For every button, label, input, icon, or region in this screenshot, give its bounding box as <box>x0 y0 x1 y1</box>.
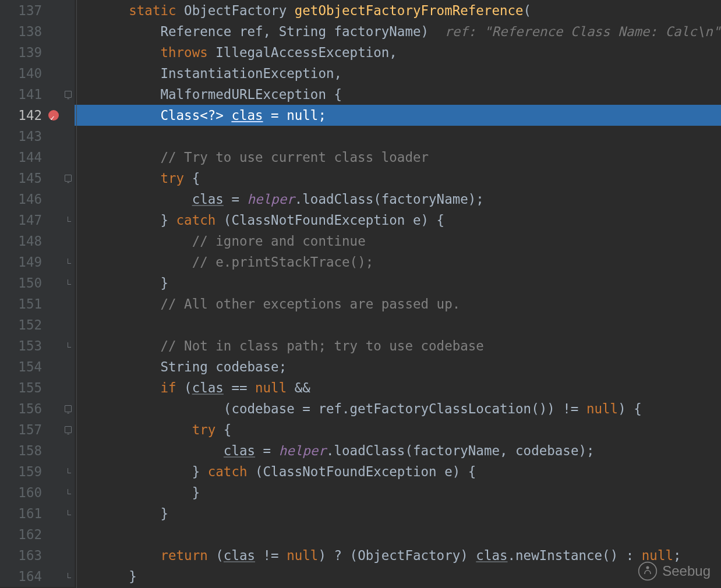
code-content[interactable]: } <box>75 272 721 293</box>
fold-gutter[interactable] <box>62 21 75 42</box>
fold-gutter[interactable] <box>62 524 75 545</box>
fold-gutter[interactable] <box>62 314 75 335</box>
line-number[interactable]: 138 <box>0 21 45 42</box>
code-content[interactable]: // All other exceptions are passed up. <box>75 293 721 314</box>
fold-gutter[interactable] <box>62 84 75 105</box>
code-content[interactable]: } <box>75 482 721 503</box>
line-number[interactable]: 145 <box>0 168 45 189</box>
breakpoint-gutter[interactable] <box>45 524 62 545</box>
line-number[interactable]: 163 <box>0 545 45 566</box>
fold-gutter[interactable] <box>62 377 75 398</box>
breakpoint-gutter[interactable] <box>45 84 62 105</box>
code-line[interactable]: 155 if (clas == null && <box>0 377 721 398</box>
code-content[interactable]: String codebase; <box>75 356 721 377</box>
breakpoint-gutter[interactable] <box>45 0 62 21</box>
code-line[interactable]: 144 // Try to use current class loader <box>0 147 721 168</box>
line-number[interactable]: 162 <box>0 524 45 545</box>
code-content[interactable]: // Not in class path; try to use codebas… <box>75 335 721 356</box>
fold-gutter[interactable] <box>62 335 75 356</box>
code-content[interactable]: MalformedURLException { <box>75 84 721 105</box>
breakpoint-gutter[interactable] <box>45 147 62 168</box>
breakpoint-gutter[interactable] <box>45 545 62 566</box>
code-line[interactable]: 153 // Not in class path; try to use cod… <box>0 335 721 356</box>
code-content[interactable]: static ObjectFactory getObjectFactoryFro… <box>75 0 721 21</box>
breakpoint-gutter[interactable] <box>45 314 62 335</box>
breakpoint-gutter[interactable] <box>45 440 62 461</box>
fold-gutter[interactable] <box>62 63 75 84</box>
fold-gutter[interactable] <box>62 293 75 314</box>
code-line[interactable]: 159 } catch (ClassNotFoundException e) { <box>0 461 721 482</box>
code-content[interactable] <box>75 524 721 545</box>
line-number[interactable]: 154 <box>0 356 45 377</box>
fold-gutter[interactable] <box>62 231 75 252</box>
line-number[interactable]: 137 <box>0 0 45 21</box>
code-line[interactable]: 140 InstantiationException, <box>0 63 721 84</box>
fold-close-icon[interactable] <box>65 279 72 286</box>
code-line[interactable]: 147 } catch (ClassNotFoundException e) { <box>0 210 721 231</box>
code-line[interactable]: 148 // ignore and continue <box>0 231 721 252</box>
code-content[interactable]: Reference ref, String factoryName) ref: … <box>75 21 721 42</box>
line-number[interactable]: 164 <box>0 566 45 587</box>
line-number[interactable]: 161 <box>0 503 45 524</box>
fold-close-icon[interactable] <box>65 573 72 580</box>
code-content[interactable]: if (clas == null && <box>75 377 721 398</box>
fold-close-icon[interactable] <box>65 258 72 265</box>
line-number[interactable]: 140 <box>0 63 45 84</box>
code-line[interactable]: 158 clas = helper.loadClass(factoryName,… <box>0 440 721 461</box>
code-line[interactable]: 150 } <box>0 272 721 293</box>
code-content[interactable]: try { <box>75 419 721 440</box>
fold-gutter[interactable] <box>62 356 75 377</box>
code-content[interactable]: clas = helper.loadClass(factoryName, cod… <box>75 440 721 461</box>
breakpoint-gutter[interactable] <box>45 210 62 231</box>
breakpoint-gutter[interactable] <box>45 231 62 252</box>
code-line[interactable]: 142 Class<?> clas = null; <box>0 105 721 126</box>
line-number[interactable]: 150 <box>0 272 45 293</box>
fold-open-icon[interactable] <box>65 175 72 182</box>
code-line[interactable]: 161 } <box>0 503 721 524</box>
line-number[interactable]: 148 <box>0 231 45 252</box>
fold-gutter[interactable] <box>62 398 75 419</box>
line-number[interactable]: 152 <box>0 314 45 335</box>
line-number[interactable]: 155 <box>0 377 45 398</box>
code-content[interactable]: } catch (ClassNotFoundException e) { <box>75 461 721 482</box>
fold-close-icon[interactable] <box>65 342 72 349</box>
fold-gutter[interactable] <box>62 0 75 21</box>
breakpoint-gutter[interactable] <box>45 189 62 210</box>
fold-gutter[interactable] <box>62 42 75 63</box>
code-content[interactable] <box>75 314 721 335</box>
code-content[interactable]: return (clas != null) ? (ObjectFactory) … <box>75 545 721 566</box>
breakpoint-gutter[interactable] <box>45 63 62 84</box>
line-number[interactable]: 142 <box>0 105 45 126</box>
code-line[interactable]: 163 return (clas != null) ? (ObjectFacto… <box>0 545 721 566</box>
code-content[interactable]: (codebase = ref.getFactoryClassLocation(… <box>75 398 721 419</box>
code-content[interactable]: // Try to use current class loader <box>75 147 721 168</box>
code-content[interactable]: clas = helper.loadClass(factoryName); <box>75 189 721 210</box>
fold-gutter[interactable] <box>62 482 75 503</box>
fold-close-icon[interactable] <box>65 489 72 496</box>
breakpoint-gutter[interactable] <box>45 21 62 42</box>
breakpoint-gutter[interactable] <box>45 42 62 63</box>
fold-gutter[interactable] <box>62 272 75 293</box>
code-line[interactable]: 160 } <box>0 482 721 503</box>
code-line[interactable]: 138 Reference ref, String factoryName) r… <box>0 21 721 42</box>
line-number[interactable]: 139 <box>0 42 45 63</box>
line-number[interactable]: 149 <box>0 252 45 272</box>
breakpoint-gutter[interactable] <box>45 566 62 587</box>
breakpoint-gutter[interactable] <box>45 398 62 419</box>
line-number[interactable]: 143 <box>0 126 45 147</box>
code-content[interactable]: } <box>75 566 721 587</box>
line-number[interactable]: 146 <box>0 189 45 210</box>
code-content[interactable]: try { <box>75 168 721 189</box>
code-content[interactable] <box>75 126 721 147</box>
line-number[interactable]: 160 <box>0 482 45 503</box>
breakpoint-gutter[interactable] <box>45 272 62 293</box>
code-content[interactable]: } catch (ClassNotFoundException e) { <box>75 210 721 231</box>
line-number[interactable]: 157 <box>0 419 45 440</box>
code-line[interactable]: 164 } <box>0 566 721 587</box>
code-line[interactable]: 156 (codebase = ref.getFactoryClassLocat… <box>0 398 721 419</box>
breakpoint-gutter[interactable] <box>45 377 62 398</box>
code-content[interactable]: InstantiationException, <box>75 63 721 84</box>
fold-open-icon[interactable] <box>65 91 72 98</box>
breakpoint-gutter[interactable] <box>45 168 62 189</box>
line-number[interactable]: 147 <box>0 210 45 231</box>
